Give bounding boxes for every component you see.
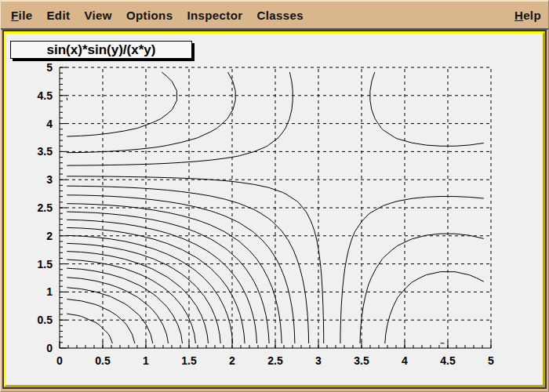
- x-axis-label: 1: [143, 354, 149, 367]
- y-axis-label: 2.5: [38, 201, 53, 214]
- plot-title-box[interactable]: sin(x)*sin(y)/(x*y): [10, 41, 192, 59]
- menu-file[interactable]: File: [4, 7, 39, 24]
- canvas-area[interactable]: sin(x)*sin(y)/(x*y) 00.511.522.533.544.5…: [4, 31, 545, 387]
- menu-bar: File Edit View Options Inspector Classes…: [1, 1, 548, 30]
- x-axis-label: 3.5: [354, 354, 369, 367]
- root-canvas-window: File Edit View Options Inspector Classes…: [0, 0, 549, 392]
- menu-inspector[interactable]: Inspector: [180, 7, 249, 24]
- menu-classes[interactable]: Classes: [250, 7, 311, 24]
- x-axis-label: 2.5: [267, 354, 283, 367]
- y-axis-label: 1.5: [38, 258, 53, 270]
- menu-options[interactable]: Options: [119, 7, 180, 24]
- x-axis-label: 3: [315, 354, 322, 367]
- x-axis-label: 5: [488, 354, 494, 367]
- y-axis-label: 3.5: [38, 145, 53, 158]
- y-axis-label: 0: [46, 342, 53, 354]
- y-axis-label: 0.5: [38, 314, 53, 326]
- x-axis-label: 0: [56, 354, 63, 367]
- grid-lines: [60, 67, 491, 348]
- y-axis-label: 3: [46, 173, 53, 186]
- x-axis-label: 2: [229, 354, 235, 367]
- x-axis-label: 4: [402, 354, 408, 367]
- y-axis-label: 4: [46, 118, 53, 130]
- x-axis-label: 4.5: [440, 354, 456, 367]
- x-axis-label: 1.5: [181, 354, 197, 367]
- plot-title-text: sin(x)*sin(y)/(x*y): [47, 42, 156, 57]
- menu-edit[interactable]: Edit: [39, 7, 77, 24]
- y-axis-label: 4.5: [38, 89, 53, 102]
- y-axis-label: 5: [46, 61, 53, 74]
- menu-help[interactable]: Help: [507, 7, 548, 24]
- contour-plot[interactable]: 00.511.522.533.544.5500.511.522.533.544.…: [6, 34, 544, 387]
- x-axis-label: 0.5: [95, 354, 111, 367]
- y-axis-label: 1: [46, 285, 53, 298]
- menu-view[interactable]: View: [77, 7, 119, 24]
- canvas-frame: sin(x)*sin(y)/(x*y) 00.511.522.533.544.5…: [2, 30, 547, 389]
- y-axis-label: 2: [46, 230, 53, 242]
